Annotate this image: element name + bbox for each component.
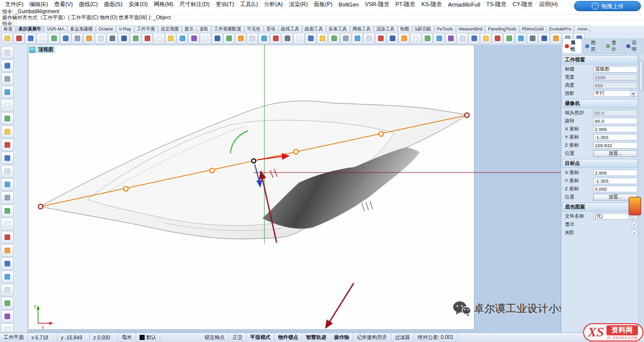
toolbar-icon[interactable] <box>118 33 129 44</box>
toolbar-icon[interactable] <box>550 33 561 44</box>
toolbar-icon[interactable] <box>153 33 164 44</box>
left-toolbar-icon[interactable] <box>1 204 14 217</box>
toolbar-icon[interactable] <box>13 33 24 44</box>
property-value[interactable]: 50.0 <box>593 110 637 116</box>
toolbar-icon[interactable] <box>60 33 71 44</box>
left-toolbar-icon[interactable] <box>1 59 14 72</box>
toolbar-icon[interactable] <box>282 33 293 44</box>
left-toolbar-icon[interactable] <box>1 178 14 191</box>
menu-item[interactable]: PT-随意 <box>392 1 418 8</box>
toolbar-tab[interactable]: 变动 <box>264 26 278 32</box>
property-value[interactable]: ✓ <box>632 230 637 235</box>
toolbar-icon[interactable] <box>538 33 550 44</box>
toolbar-tab[interactable]: Octane <box>96 26 116 32</box>
status-toggle[interactable]: 平面模式 <box>247 333 275 342</box>
toolbar-tab[interactable]: 网格工具 <box>350 26 374 32</box>
menu-item[interactable]: 变动(T) <box>213 1 237 8</box>
toolbar-icon[interactable] <box>177 33 188 44</box>
menu-item[interactable]: BoltGen <box>335 2 362 8</box>
toolbar-icon[interactable] <box>142 33 153 44</box>
toolbar-icon[interactable] <box>223 33 234 44</box>
toolbar-tab[interactable]: 实体工具 <box>326 26 350 32</box>
menu-item[interactable]: 查看(V) <box>51 1 76 8</box>
menu-item[interactable]: 曲线(C) <box>76 1 100 8</box>
menu-item[interactable]: TS-随意 <box>483 1 510 8</box>
toolbar-icon[interactable] <box>188 33 199 44</box>
toolbar-icon[interactable] <box>515 33 526 44</box>
toolbar-icon[interactable] <box>305 33 316 44</box>
command-line[interactable]: 操作轴对齐方式《工作平面》( 工作平面(C) 物件(O) 世界平面(W) ): … <box>0 15 644 21</box>
viewport-canvas[interactable]: 顶视图 <box>28 45 474 330</box>
menu-item[interactable]: VSR-随意 <box>362 1 392 8</box>
toolbar-icon[interactable] <box>212 33 223 44</box>
property-value[interactable]: 1598 <box>593 74 637 81</box>
command-line[interactable]: 指令: _GumballAlignment <box>0 9 644 15</box>
property-value[interactable]: 90.0 <box>593 118 637 124</box>
left-toolbar-icon[interactable] <box>1 284 14 296</box>
toolbar-icon[interactable] <box>293 33 304 44</box>
command-area[interactable]: 指令: _GumballAlignment操作轴对齐方式《工作平面》( 工作平面… <box>0 9 644 26</box>
toolbar-icon[interactable] <box>433 33 445 44</box>
toolbar-icon[interactable] <box>527 33 538 44</box>
active-layer[interactable]: 默认 <box>136 333 160 342</box>
toolbar-icon[interactable] <box>2 33 13 44</box>
toolbar-icon[interactable] <box>130 33 141 44</box>
toolbar-icon[interactable] <box>480 33 491 44</box>
property-value-suffix[interactable]: ▼ <box>630 91 636 96</box>
menu-item[interactable]: 面板(P) <box>311 1 335 8</box>
left-toolbar-icon[interactable] <box>1 244 14 257</box>
toolbar-icon[interactable] <box>235 33 246 44</box>
left-toolbar-icon[interactable] <box>1 99 14 112</box>
left-toolbar-icon[interactable] <box>1 270 14 283</box>
status-toggle[interactable]: 过滤器 <box>391 333 414 342</box>
menu-item[interactable]: 工具(L) <box>237 1 261 8</box>
left-toolbar-icon[interactable] <box>1 310 14 323</box>
toolbar-icon[interactable] <box>468 33 480 44</box>
toolbar-tab[interactable]: 标准 <box>1 26 15 32</box>
panel-tab[interactable]: 说明 <box>624 39 643 53</box>
toolbar-icon[interactable] <box>200 33 211 44</box>
toolbar-icon[interactable] <box>363 33 375 44</box>
units-label[interactable]: 毫米 <box>118 333 136 342</box>
toolbar-icon[interactable] <box>457 33 468 44</box>
toolbar-icon[interactable] <box>422 33 433 44</box>
toolbar-icon[interactable] <box>270 33 281 44</box>
toolbar-tab[interactable]: V-Ray <box>116 26 134 32</box>
floating-palette-icon[interactable] <box>629 197 641 215</box>
menu-item[interactable]: 实体(O) <box>125 1 151 8</box>
menu-item[interactable]: ArmadilloFull <box>445 2 484 8</box>
toolbar-icon[interactable] <box>340 33 351 44</box>
status-toggle[interactable]: 智慧轨迹 <box>302 333 330 342</box>
upload-button[interactable]: ↑ 拖拽上传 <box>574 1 641 11</box>
toolbar-icon[interactable] <box>492 33 503 44</box>
left-toolbar-icon[interactable] <box>1 46 14 59</box>
left-toolbar-icon[interactable] <box>1 218 14 230</box>
toolbar-icon[interactable] <box>445 33 456 44</box>
left-toolbar-icon[interactable] <box>1 86 14 98</box>
toolbar-icon[interactable] <box>352 33 363 44</box>
property-value[interactable]: 平行 ▼ <box>593 90 637 97</box>
toolbar-tab[interactable]: 显示 <box>182 26 196 32</box>
menu-item[interactable]: 说明(H) <box>536 1 561 8</box>
menu-item[interactable]: 渲染(R) <box>286 1 311 8</box>
toolbar-icon[interactable] <box>387 33 398 44</box>
toolbar-tab[interactable]: Arion <box>574 26 590 32</box>
toolbar-icon[interactable] <box>410 33 421 44</box>
toolbar-tab[interactable]: EvolutePro <box>547 26 574 32</box>
scrollbar-thumb[interactable] <box>639 60 643 92</box>
property-value[interactable]: 859 <box>593 82 637 89</box>
toolbar-icon[interactable] <box>83 33 94 44</box>
property-value[interactable]: ✓ <box>632 222 637 227</box>
toolbar-icon[interactable] <box>25 33 36 44</box>
left-toolbar-icon[interactable] <box>1 139 14 151</box>
toolbar-tab[interactable]: 多边形建模 <box>67 26 95 32</box>
toolbar-icon[interactable] <box>328 33 340 44</box>
status-toggle[interactable]: 锁定格点 <box>201 333 229 342</box>
toolbar-icon[interactable] <box>95 33 106 44</box>
toolbar-icon[interactable] <box>72 33 83 44</box>
toolbar-icon[interactable] <box>398 33 410 44</box>
section-header[interactable]: 底色图案 <box>562 202 638 212</box>
toolbar-icon[interactable] <box>37 33 48 44</box>
toolbar-icon[interactable] <box>317 33 328 44</box>
menu-item[interactable]: 曲面(S) <box>101 1 126 8</box>
